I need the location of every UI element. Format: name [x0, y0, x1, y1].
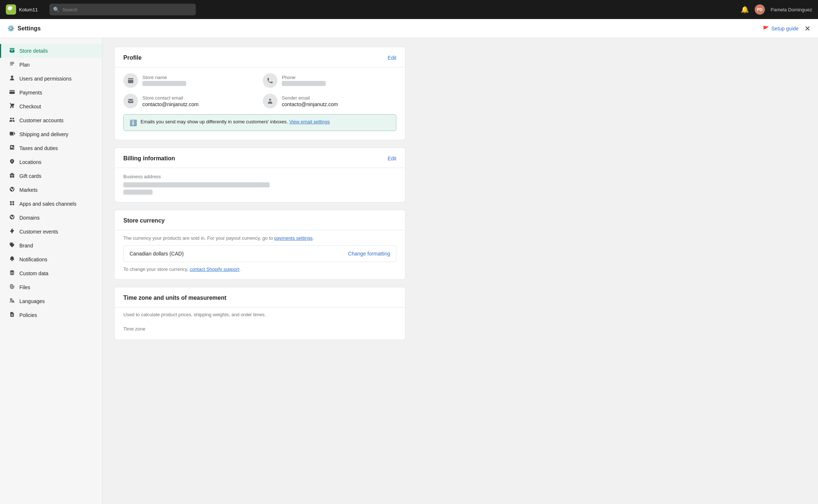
- notification-bell-icon[interactable]: 🔔: [741, 5, 749, 14]
- sidebar-item-customer-events[interactable]: Customer events: [0, 225, 102, 239]
- sidebar-label-notifications: Notifications: [19, 257, 47, 262]
- sidebar-item-custom-data[interactable]: Custom data: [0, 266, 102, 280]
- contact-email-label: Store contact email: [142, 95, 199, 101]
- sidebar-label-customer-events: Customer events: [19, 229, 58, 235]
- timezone-card: Time zone and units of measurement Used …: [114, 287, 406, 340]
- sidebar-label-files: Files: [19, 284, 30, 290]
- contact-email-value: contacto@ninjanutz.com: [142, 101, 199, 107]
- timezone-card-header: Time zone and units of measurement: [115, 287, 405, 307]
- location-icon: [8, 158, 16, 166]
- setup-guide-button[interactable]: 🚩 Setup guide: [763, 26, 799, 31]
- sidebar-item-locations[interactable]: Locations: [0, 155, 102, 169]
- sidebar-item-domains[interactable]: Domains: [0, 211, 102, 225]
- sidebar-item-customer-accounts[interactable]: Customer accounts: [0, 113, 102, 127]
- sidebar-label-domains: Domains: [19, 215, 40, 221]
- sender-email-content: Sender email contacto@ninjanutz.com: [282, 95, 338, 107]
- brand-icon: [8, 242, 16, 249]
- topbar-logo: Kolum11: [6, 4, 38, 15]
- store-name: Kolum11: [19, 7, 38, 12]
- sidebar-label-apps: Apps and sales channels: [19, 201, 76, 207]
- sidebar-item-checkout[interactable]: Checkout: [0, 100, 102, 113]
- sidebar-item-markets[interactable]: Markets: [0, 183, 102, 197]
- contact-email-icon: [123, 94, 138, 108]
- billing-address-line1: [123, 182, 270, 187]
- sidebar: Store details Plan Users and permissions…: [0, 38, 102, 504]
- profile-title: Profile: [123, 55, 142, 61]
- profile-edit-button[interactable]: Edit: [388, 55, 396, 61]
- policies-icon: [8, 311, 16, 319]
- sidebar-label-store-details: Store details: [19, 48, 48, 54]
- topbar-right: 🔔 PD Pamela Dominguez: [741, 4, 812, 15]
- customer-accounts-icon: [8, 117, 16, 124]
- phone-label: Phone: [282, 75, 326, 80]
- languages-icon: [8, 298, 16, 305]
- sidebar-label-taxes: Taxes and duties: [19, 145, 58, 151]
- profile-card: Profile Edit Store name: [114, 47, 406, 140]
- sidebar-item-users-permissions[interactable]: Users and permissions: [0, 72, 102, 86]
- billing-address-line2: [123, 190, 153, 195]
- settings-header: ⚙️ Settings 🚩 Setup guide ✕: [0, 19, 818, 38]
- business-address-label: Business address: [123, 174, 396, 179]
- sidebar-item-notifications[interactable]: Notifications: [0, 253, 102, 266]
- close-button[interactable]: ✕: [804, 25, 811, 32]
- billing-card: Billing information Edit Business addres…: [114, 148, 406, 202]
- payments-settings-link[interactable]: payments settings: [274, 235, 313, 241]
- payments-icon: [8, 89, 16, 96]
- customer-events-icon: [8, 228, 16, 235]
- phone-field-icon: [263, 73, 277, 88]
- info-icon: ℹ️: [130, 119, 137, 126]
- sidebar-item-shipping-delivery[interactable]: Shipping and delivery: [0, 127, 102, 141]
- timezone-title: Time zone and units of measurement: [123, 295, 227, 301]
- timezone-label: Time zone: [123, 326, 396, 332]
- store-name-label: Store name: [142, 75, 186, 80]
- plan-icon: [8, 61, 16, 68]
- sidebar-label-shipping: Shipping and delivery: [19, 131, 68, 137]
- username-label: Pamela Dominguez: [771, 7, 812, 12]
- sidebar-item-policies[interactable]: Policies: [0, 308, 102, 322]
- checkout-icon: [8, 103, 16, 110]
- sender-email-label: Sender email: [282, 95, 338, 101]
- billing-card-body: Business address: [115, 168, 405, 202]
- sidebar-item-files[interactable]: Files: [0, 280, 102, 294]
- sidebar-item-store-details[interactable]: Store details: [0, 44, 102, 58]
- sidebar-item-brand[interactable]: Brand: [0, 239, 102, 253]
- store-currency-header: Store currency: [115, 210, 405, 230]
- view-email-settings-link[interactable]: View email settings: [289, 119, 330, 124]
- markets-icon: [8, 186, 16, 194]
- contact-shopify-support-link[interactable]: contact Shopify support: [190, 266, 239, 272]
- store-currency-description: The currency your products are sold in. …: [123, 235, 396, 241]
- apps-icon: [8, 200, 16, 208]
- store-icon: [8, 47, 16, 55]
- sidebar-item-taxes-duties[interactable]: Taxes and duties: [0, 141, 102, 155]
- sidebar-label-custom-data: Custom data: [19, 270, 48, 276]
- sidebar-item-plan[interactable]: Plan: [0, 58, 102, 72]
- users-icon: [8, 75, 16, 82]
- user-avatar[interactable]: PD: [755, 4, 765, 15]
- sidebar-item-payments[interactable]: Payments: [0, 86, 102, 100]
- sidebar-item-apps-sales-channels[interactable]: Apps and sales channels: [0, 197, 102, 211]
- phone-field-content: Phone: [282, 75, 326, 87]
- search-input[interactable]: [62, 7, 192, 12]
- shopify-logo-icon: [6, 4, 16, 15]
- sidebar-label-checkout: Checkout: [19, 104, 41, 109]
- custom-data-icon: [8, 270, 16, 277]
- currency-box: Canadian dollars (CAD) Change formatting: [123, 245, 396, 262]
- sidebar-item-languages[interactable]: Languages: [0, 294, 102, 308]
- sender-email-value: contacto@ninjanutz.com: [282, 101, 338, 107]
- profile-card-header: Profile Edit: [115, 47, 405, 67]
- sidebar-label-brand: Brand: [19, 243, 33, 249]
- currency-note: To change your store currency, contact S…: [123, 266, 396, 272]
- gear-icon: ⚙️: [7, 25, 15, 32]
- main-content: Profile Edit Store name: [102, 38, 417, 504]
- sidebar-label-users: Users and permissions: [19, 76, 71, 82]
- settings-header-actions: 🚩 Setup guide ✕: [763, 25, 811, 32]
- notifications-icon: [8, 256, 16, 263]
- change-formatting-link[interactable]: Change formatting: [348, 251, 390, 257]
- search-bar[interactable]: 🔍: [49, 4, 196, 15]
- sidebar-label-policies: Policies: [19, 312, 37, 318]
- sidebar-label-payments: Payments: [19, 90, 42, 96]
- setup-guide-label: Setup guide: [771, 26, 799, 31]
- billing-edit-button[interactable]: Edit: [388, 156, 396, 161]
- sidebar-label-customer-accounts: Customer accounts: [19, 117, 64, 123]
- sidebar-item-gift-cards[interactable]: Gift cards: [0, 169, 102, 183]
